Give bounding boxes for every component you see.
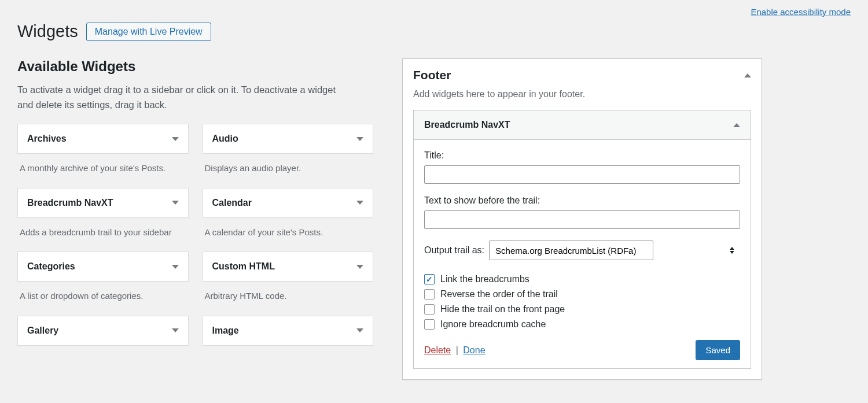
widget-area-column: Footer Add widgets here to appear in you…	[402, 58, 762, 380]
chevron-up-icon	[744, 73, 751, 77]
sidebar-header[interactable]: Footer	[413, 68, 751, 82]
widget-name: Breadcrumb NavXT	[27, 198, 113, 208]
chevron-down-icon	[356, 201, 363, 205]
widget-desc: A list or dropdown of categories.	[20, 290, 186, 303]
widget-desc: Arbitrary HTML code.	[205, 290, 372, 303]
checkbox[interactable]	[424, 319, 435, 330]
chevron-down-icon	[172, 137, 179, 141]
available-widget: CategoriesA list or dropdown of categori…	[17, 252, 189, 305]
chevron-down-icon	[172, 328, 179, 332]
title-input[interactable]	[424, 165, 740, 184]
widget-name: Calendar	[212, 198, 252, 208]
chevron-down-icon	[172, 201, 179, 205]
available-widget: ArchivesA monthly archive of your site's…	[17, 124, 189, 178]
chevron-down-icon	[356, 137, 363, 141]
select-arrows-icon	[730, 247, 734, 254]
available-widgets-title: Available Widgets	[17, 58, 373, 75]
widget-header[interactable]: Calendar	[203, 188, 374, 218]
available-widget: CalendarA calendar of your site's Posts.	[203, 188, 374, 242]
available-widget: Image	[203, 316, 374, 346]
widget-name: Archives	[27, 134, 67, 144]
widget-header[interactable]: Image	[203, 316, 374, 346]
pretext-input[interactable]	[424, 210, 740, 229]
done-link[interactable]: Done	[463, 345, 485, 355]
available-widget: AudioDisplays an audio player.	[203, 124, 374, 178]
separator: |	[456, 345, 458, 355]
checkbox[interactable]	[424, 289, 435, 300]
available-widgets-column: Available Widgets To activate a widget d…	[17, 58, 373, 346]
chevron-down-icon	[356, 265, 363, 269]
widget-instance-header[interactable]: Breadcrumb NavXT	[414, 110, 751, 140]
widget-header[interactable]: Custom HTML	[203, 252, 374, 282]
checkbox-row[interactable]: Hide the trail on the front page	[424, 304, 740, 315]
widget-instance-title: Breadcrumb NavXT	[424, 120, 510, 130]
widget-desc: Displays an audio player.	[205, 162, 372, 175]
checkbox-row[interactable]: Link the breadcrumbs	[424, 274, 740, 284]
checkbox-row[interactable]: Reverse the order of the trail	[424, 289, 740, 300]
checkbox-label: Hide the trail on the front page	[440, 304, 565, 315]
delete-link[interactable]: Delete	[424, 345, 451, 355]
saved-button[interactable]: Saved	[696, 340, 740, 360]
widget-header[interactable]: Categories	[17, 252, 189, 282]
checkbox-label: Ignore breadcrumb cache	[440, 319, 546, 330]
widget-name: Categories	[27, 261, 75, 272]
checkbox-label: Reverse the order of the trail	[440, 289, 558, 300]
checkbox-row[interactable]: Ignore breadcrumb cache	[424, 319, 740, 330]
widget-instance: Breadcrumb NavXT Title: Text to show bef…	[413, 110, 751, 369]
widget-header[interactable]: Audio	[203, 124, 374, 154]
pretext-label: Text to show before the trail:	[424, 195, 740, 206]
widget-desc: A monthly archive of your site's Posts.	[20, 162, 186, 175]
widget-header[interactable]: Archives	[17, 124, 189, 154]
widget-name: Image	[212, 326, 239, 336]
checkbox-label: Link the breadcrumbs	[440, 274, 529, 284]
sidebar-desc: Add widgets here to appear in your foote…	[413, 89, 751, 99]
page-title: Widgets	[17, 22, 78, 41]
widget-name: Custom HTML	[212, 261, 275, 272]
widget-header[interactable]: Gallery	[17, 316, 189, 346]
available-widget: Gallery	[17, 316, 189, 346]
sidebar-title: Footer	[413, 68, 451, 82]
manage-live-preview-button[interactable]: Manage with Live Preview	[86, 23, 211, 41]
sidebar-footer-box: Footer Add widgets here to appear in you…	[402, 58, 762, 380]
available-widgets-desc: To activate a widget drag it to a sideba…	[17, 83, 353, 112]
chevron-up-icon	[733, 123, 740, 127]
available-widget: Custom HTMLArbitrary HTML code.	[203, 252, 374, 305]
chevron-down-icon	[356, 328, 363, 332]
chevron-down-icon	[172, 265, 179, 269]
available-widget: Breadcrumb NavXTAdds a breadcrumb trail …	[17, 188, 189, 242]
output-trail-select[interactable]: Schema.org BreadcrumbList (RDFa)	[489, 241, 653, 260]
accessibility-link[interactable]: Enable accessibility mode	[751, 7, 851, 17]
widget-desc: A calendar of your site's Posts.	[205, 226, 372, 239]
checkbox[interactable]	[424, 304, 435, 315]
widget-desc: Adds a breadcrumb trail to your sidebar	[20, 226, 186, 239]
widget-name: Audio	[212, 134, 238, 144]
widget-name: Gallery	[27, 326, 58, 336]
title-label: Title:	[424, 150, 740, 161]
widget-header[interactable]: Breadcrumb NavXT	[17, 188, 189, 218]
checkbox[interactable]	[424, 274, 435, 284]
output-label: Output trail as:	[424, 245, 484, 256]
